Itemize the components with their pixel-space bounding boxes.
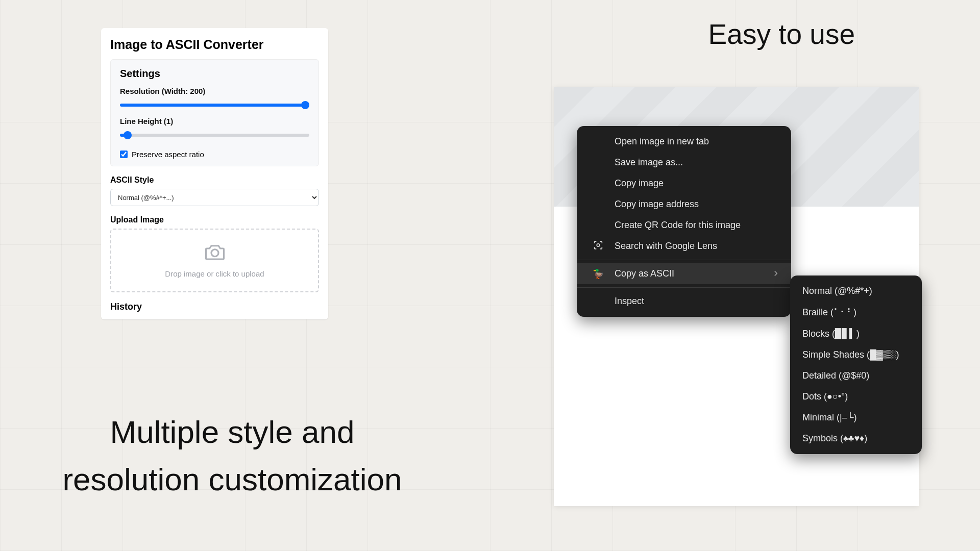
svg-point-1 <box>597 243 600 246</box>
ctx-copy-image[interactable]: Copy image <box>577 173 791 194</box>
ctx-save-image-as[interactable]: Save image as... <box>577 152 791 173</box>
camera-icon <box>204 243 226 263</box>
ascii-style-label: ASCII Style <box>110 176 319 185</box>
sub-simple-shades[interactable]: Simple Shades (█▓▒░) <box>790 344 922 365</box>
ctx-copy-address[interactable]: Copy image address <box>577 194 791 215</box>
sub-minimal[interactable]: Minimal (|–└) <box>790 407 922 428</box>
ctx-inspect[interactable]: Inspect <box>577 291 791 312</box>
settings-box: Settings Resolution (Width: 200) Line He… <box>110 59 319 166</box>
svg-point-0 <box>211 249 218 257</box>
resolution-slider[interactable] <box>120 104 309 107</box>
preserve-aspect-label[interactable]: Preserve aspect ratio <box>132 150 204 159</box>
ascii-style-select[interactable]: Normal (@%#*+...) <box>110 189 319 206</box>
sub-symbols[interactable]: Symbols (♠♣♥♦) <box>790 428 922 449</box>
upload-image-label: Upload Image <box>110 215 319 224</box>
sub-detailed[interactable]: Detailed (@$#0) <box>790 365 922 386</box>
converter-panel: Image to ASCII Converter Settings Resolu… <box>101 28 328 319</box>
sub-braille[interactable]: Braille (⠁⠂⠃) <box>790 302 922 323</box>
resolution-label: Resolution (Width: 200) <box>120 87 309 95</box>
lineheight-label: Line Height (1) <box>120 117 309 126</box>
sub-dots[interactable]: Dots (●○•°) <box>790 386 922 407</box>
ctx-separator-1 <box>577 260 791 260</box>
drop-text: Drop image or click to upload <box>116 269 313 278</box>
left-caption: Multiple style and resolution customizat… <box>15 408 449 503</box>
ctx-open-new-tab[interactable]: Open image in new tab <box>577 131 791 152</box>
sub-normal[interactable]: Normal (@%#*+) <box>790 281 922 302</box>
lineheight-slider[interactable] <box>120 134 309 137</box>
duck-icon: 🦆 <box>592 268 604 280</box>
converter-title: Image to ASCII Converter <box>110 37 319 52</box>
ascii-submenu: Normal (@%#*+) Braille (⠁⠂⠃) Blocks (▉▋▍… <box>790 276 922 454</box>
history-heading: History <box>110 302 319 312</box>
upload-dropzone[interactable]: Drop image or click to upload <box>110 229 319 292</box>
settings-heading: Settings <box>120 68 309 80</box>
sub-blocks[interactable]: Blocks (▉▋▍) <box>790 323 922 344</box>
right-caption: Easy to use <box>708 18 855 51</box>
preserve-aspect-checkbox[interactable] <box>120 151 128 158</box>
ctx-separator-2 <box>577 287 791 288</box>
ctx-qr-code[interactable]: Create QR Code for this image <box>577 215 791 236</box>
ctx-copy-as-ascii[interactable]: 🦆 Copy as ASCII <box>577 263 791 284</box>
chevron-right-icon <box>773 268 779 279</box>
context-menu: Open image in new tab Save image as... C… <box>577 126 791 317</box>
google-lens-icon <box>592 239 604 253</box>
ctx-google-lens[interactable]: Search with Google Lens <box>577 236 791 257</box>
